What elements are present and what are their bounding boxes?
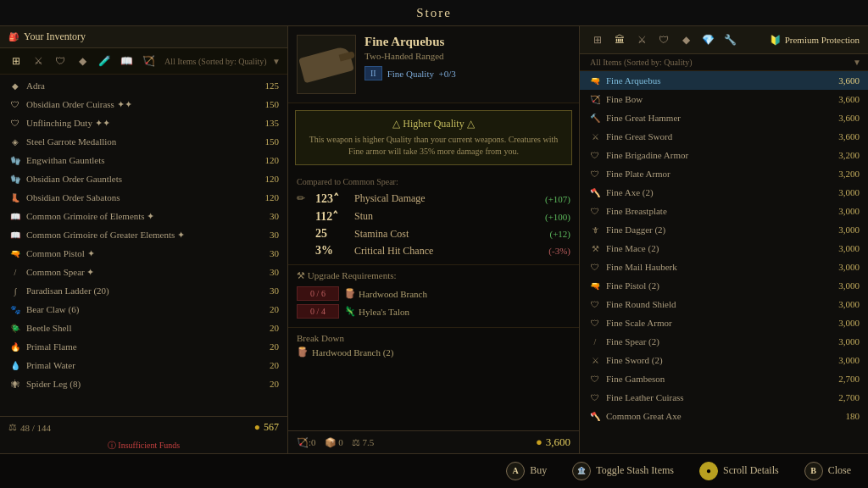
inventory-list-item[interactable]: / Common Spear ✦ 30	[0, 263, 287, 281]
close-button[interactable]: B Close	[804, 462, 851, 480]
store-list-item[interactable]: 🔫 Fine Pistol (2) 3,000	[580, 276, 868, 295]
store-list-item[interactable]: 🔫 Fine Arquebus 3,600	[580, 71, 868, 90]
item-item-name: Engwithan Gauntlets	[26, 155, 251, 165]
cat-all[interactable]: ⊞	[7, 52, 25, 70]
store-item-price: 3,000	[826, 243, 860, 253]
stat-name: Stun	[354, 210, 540, 223]
item-item-name: Steel Garrote Medallion	[26, 136, 251, 147]
item-item-price: 30	[255, 211, 279, 221]
breakdown-icon: 🪵	[297, 347, 309, 358]
inventory-list-item[interactable]: 👢 Obsidian Order Sabatons 120	[0, 188, 287, 207]
store-list-item[interactable]: 🛡 Fine Leather Cuirass 2,700	[580, 388, 868, 407]
inventory-list-item[interactable]: ◈ Steel Garrote Medallion 150	[0, 132, 287, 151]
store-list-item[interactable]: 🛡 Fine Round Shield 3,000	[580, 295, 868, 313]
store-item-icon: 🛡	[588, 260, 602, 274]
toggle-stash-label: Toggle Stash Items	[596, 464, 674, 477]
item-icon: 🛡	[8, 97, 22, 111]
store-item-icon: 🔫	[588, 74, 602, 87]
cat-armor[interactable]: 🛡	[51, 52, 70, 70]
store-item-icon: 🛡	[588, 167, 602, 180]
buy-button[interactable]: A Buy	[506, 462, 547, 480]
left-panel: 🎒 Your Inventory ⊞ ⚔ 🛡 ◆ 🧪 📖 🏹 All Items…	[0, 26, 288, 453]
store-list-item[interactable]: ⚔ Fine Sword (2) 3,000	[580, 351, 868, 369]
req-name: Hylea's Talon	[359, 307, 409, 317]
store-item-icon: 🛡	[588, 148, 602, 162]
store-list-item[interactable]: 🛡 Fine Plate Armor 3,200	[580, 164, 868, 183]
inventory-list-item[interactable]: 🛡 Obsidian Order Cuirass ✦✦ 150	[0, 95, 287, 114]
inventory-list-item[interactable]: 🧤 Engwithan Gauntlets 120	[0, 151, 287, 169]
store-list-item[interactable]: 🛡 Fine Breastplate 3,000	[580, 202, 868, 220]
store-cat-armor2[interactable]: 🛡	[654, 30, 673, 49]
store-item-name: Fine Leather Cuirass	[606, 392, 821, 402]
inventory-list-item[interactable]: 💧 Primal Water 20	[0, 356, 287, 374]
mid-weight-label: 📦 0	[325, 437, 343, 448]
mid-size-label: ⚖ 7.5	[352, 437, 375, 448]
store-list-item[interactable]: 🏹 Fine Bow 3,600	[580, 90, 868, 108]
inventory-list-item[interactable]: 🔥 Primal Flame 20	[0, 337, 287, 356]
toggle-stash-button[interactable]: 🏦 Toggle Stash Items	[572, 462, 674, 480]
cat-ammo[interactable]: 🏹	[139, 52, 158, 70]
store-list-item[interactable]: ⚒ Fine Mace (2) 3,000	[580, 239, 868, 258]
stat-row: 112˄ Stun (+100)	[297, 208, 570, 225]
inventory-list-item[interactable]: 🧤 Obsidian Order Gauntlets 120	[0, 169, 287, 188]
store-list-item[interactable]: 🗡 Fine Dagger (2) 3,000	[580, 220, 868, 239]
item-item-name: Obsidian Order Gauntlets	[26, 174, 251, 184]
inventory-list-item[interactable]: ∫ Paradisan Ladder (20) 30	[0, 281, 287, 300]
store-cat-weapon2[interactable]: ⚔	[632, 30, 651, 49]
item-item-name: Common Grimoire of Greater Elements ✦	[26, 230, 251, 241]
store-list-item[interactable]: 🪓 Fine Axe (2) 3,000	[580, 183, 868, 202]
item-icon: 🔥	[8, 340, 22, 353]
inventory-list-item[interactable]: 🔫 Common Pistol ✦ 30	[0, 244, 287, 263]
store-list-item[interactable]: / Fine Spear (2) 3,000	[580, 332, 868, 351]
inventory-list-item[interactable]: 🐾 Bear Claw (6) 20	[0, 300, 287, 319]
store-list-item[interactable]: 🛡 Fine Mail Hauberk 3,000	[580, 258, 868, 276]
close-label: Close	[828, 464, 851, 477]
inventory-icon: 🎒	[8, 32, 19, 42]
req-icon: 🦎	[344, 306, 356, 317]
store-list-item[interactable]: ⚔ Fine Great Sword 3,600	[580, 127, 868, 146]
scroll-details-button[interactable]: ● Scroll Details	[699, 462, 779, 480]
item-icon: 🐾	[8, 302, 22, 316]
item-price-display: ● 3,600	[536, 435, 570, 449]
cat-weapon[interactable]: ⚔	[29, 52, 47, 70]
inventory-list-item[interactable]: 🪲 Beetle Shell 20	[0, 319, 287, 337]
stat-row: 3% Critical Hit Chance (-3%)	[297, 242, 570, 259]
store-cat-extra[interactable]: 🔧	[721, 30, 739, 49]
store-item-price: 3,000	[826, 206, 860, 216]
item-item-name: Paradisan Ladder (20)	[26, 286, 251, 296]
stat-name: Stamina Cost	[354, 228, 544, 241]
store-list-item[interactable]: 🛡 Fine Gambeson 2,700	[580, 369, 868, 388]
store-cat-gem[interactable]: 💎	[698, 30, 717, 49]
compare-label: Compared to Common Spear:	[297, 177, 570, 186]
item-name: Fine Arquebus	[364, 35, 570, 49]
main-layout: 🎒 Your Inventory ⊞ ⚔ 🛡 ◆ 🧪 📖 🏹 All Items…	[0, 26, 868, 453]
inventory-list-item[interactable]: 🛡 Unflinching Duty ✦✦ 135	[0, 114, 287, 132]
store-list-item[interactable]: 🛡 Fine Brigadine Armor 3,200	[580, 146, 868, 164]
store-item-icon: 🗡	[588, 223, 602, 236]
req-bar: 0 / 6	[297, 286, 339, 301]
store-item-name: Fine Round Shield	[606, 299, 821, 309]
cat-consumable[interactable]: 🧪	[95, 52, 114, 70]
store-item-price: 3,600	[826, 131, 860, 141]
store-list[interactable]: 🔫 Fine Arquebus 3,600 🏹 Fine Bow 3,600 🔨…	[580, 71, 868, 453]
item-item-price: 30	[255, 230, 279, 240]
item-item-price: 150	[255, 99, 279, 109]
item-icon: 🪲	[8, 321, 22, 335]
store-cat-chest[interactable]: 🏛	[610, 30, 629, 49]
cat-misc[interactable]: ◆	[73, 52, 92, 70]
inventory-list-item[interactable]: 📖 Common Grimoire of Greater Elements ✦ …	[0, 225, 287, 244]
upgrade-label: ⚒ Upgrade Requirements:	[297, 270, 570, 281]
item-item-price: 120	[255, 155, 279, 165]
cat-grimoire[interactable]: 📖	[117, 52, 136, 70]
store-list-item[interactable]: 🛡 Fine Scale Armor 3,000	[580, 313, 868, 332]
inventory-list[interactable]: ◆ Adra 125 🛡 Obsidian Order Cuirass ✦✦ 1…	[0, 75, 287, 416]
store-list-item[interactable]: 🪓 Common Great Axe 180	[580, 407, 868, 425]
inventory-list-item[interactable]: 🕷 Spider Leg (8) 20	[0, 374, 287, 393]
store-cat-all[interactable]: ⊞	[588, 30, 607, 49]
store-item-name: Fine Mace (2)	[606, 243, 821, 253]
inventory-list-item[interactable]: ◆ Adra 125	[0, 76, 287, 95]
inventory-list-item[interactable]: 📖 Common Grimoire of Elements ✦ 30	[0, 207, 287, 225]
upgrade-req-row: 0 / 6 🪵 Hardwood Branch	[297, 286, 570, 301]
store-list-item[interactable]: 🔨 Fine Great Hammer 3,600	[580, 108, 868, 127]
store-cat-misc2[interactable]: ◆	[676, 30, 695, 49]
